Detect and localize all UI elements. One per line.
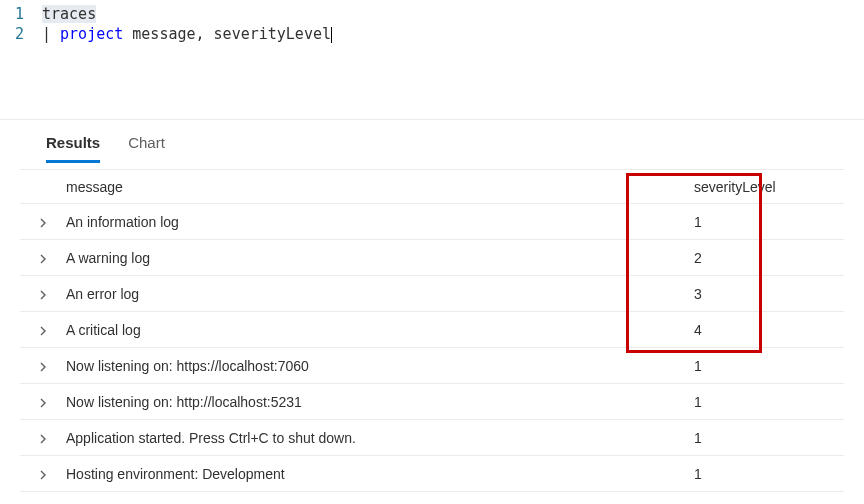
chevron-right-icon[interactable]	[20, 394, 66, 410]
table-row[interactable]: Application started. Press Ctrl+C to shu…	[20, 420, 844, 456]
tab-results[interactable]: Results	[46, 130, 100, 163]
gutter-line-number: 1	[0, 4, 42, 24]
chevron-right-icon[interactable]	[20, 358, 66, 374]
cell-message: A critical log	[66, 322, 664, 338]
table-header: message severityLevel	[20, 170, 844, 204]
table-row[interactable]: An information log1	[20, 204, 844, 240]
tab-chart[interactable]: Chart	[128, 130, 165, 163]
table-row[interactable]: A warning log2	[20, 240, 844, 276]
app-root: 1 traces 2 | project message, severityLe…	[0, 0, 864, 492]
cell-message: A warning log	[66, 250, 664, 266]
cell-severity: 1	[664, 466, 844, 482]
cell-message: Now listening on: https://localhost:7060	[66, 358, 664, 374]
table-row[interactable]: An error log3	[20, 276, 844, 312]
cell-message: Now listening on: http://localhost:5231	[66, 394, 664, 410]
cell-severity: 1	[664, 394, 844, 410]
chevron-right-icon[interactable]	[20, 250, 66, 266]
chevron-right-icon[interactable]	[20, 430, 66, 446]
cell-message: An error log	[66, 286, 664, 302]
chevron-right-icon[interactable]	[20, 286, 66, 302]
cell-message: Application started. Press Ctrl+C to shu…	[66, 430, 664, 446]
results-tabs: Results Chart	[20, 120, 844, 163]
results-table: message severityLevel An information log…	[20, 169, 844, 492]
cell-message: Hosting environment: Development	[66, 466, 664, 482]
results-panel: Results Chart message severityLevel An i…	[0, 120, 864, 492]
text-cursor	[331, 27, 332, 44]
gutter-line-number: 2	[0, 24, 42, 44]
chevron-right-icon[interactable]	[20, 466, 66, 482]
code-line-1: 1 traces	[0, 4, 864, 24]
cell-severity: 1	[664, 214, 844, 230]
code-text: | project message, severityLevel	[42, 24, 332, 44]
cell-severity: 1	[664, 430, 844, 446]
editor-results-divider	[0, 60, 864, 120]
col-message-header[interactable]: message	[66, 179, 664, 195]
chevron-right-icon[interactable]	[20, 214, 66, 230]
query-editor[interactable]: 1 traces 2 | project message, severityLe…	[0, 0, 864, 60]
table-row[interactable]: Now listening on: https://localhost:7060…	[20, 348, 844, 384]
col-severity-header[interactable]: severityLevel	[664, 179, 844, 195]
code-line-2: 2 | project message, severityLevel	[0, 24, 864, 44]
table-row[interactable]: Now listening on: http://localhost:52311	[20, 384, 844, 420]
table-row[interactable]: A critical log4	[20, 312, 844, 348]
chevron-right-icon[interactable]	[20, 322, 66, 338]
cell-severity: 1	[664, 358, 844, 374]
cell-message: An information log	[66, 214, 664, 230]
cell-severity: 4	[664, 322, 844, 338]
code-text: traces	[42, 4, 96, 24]
cell-severity: 2	[664, 250, 844, 266]
cell-severity: 3	[664, 286, 844, 302]
table-row[interactable]: Hosting environment: Development1	[20, 456, 844, 492]
